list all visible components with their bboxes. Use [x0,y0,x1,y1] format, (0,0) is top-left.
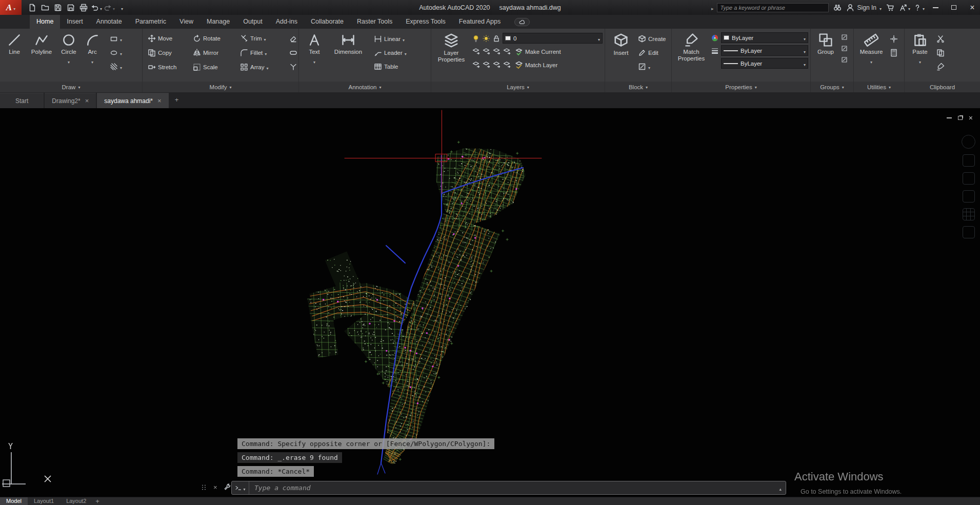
help-button[interactable] [913,2,925,14]
navigation-wheel-icon[interactable] [962,135,975,149]
paste-dropdown-icon[interactable] [919,57,921,65]
ribbon-tab-view[interactable]: View [173,15,200,29]
object-color-combo[interactable]: ByLayer [721,32,808,43]
plot-button[interactable] [78,2,89,14]
showmotion-grid-icon[interactable] [963,208,975,220]
drawing-minimize-icon[interactable] [947,117,952,118]
redo-button[interactable] [104,2,115,14]
copy-tool[interactable]: Copy [146,46,191,59]
lineweight-combo-dropdown-icon[interactable] [804,47,806,55]
linear-dimension-tool[interactable]: Linear [372,32,409,45]
new-drawing-button[interactable] [27,2,38,14]
linetype-combo-dropdown-icon[interactable] [804,59,806,68]
layer-freeze-thaw-icon[interactable] [482,34,490,43]
minimize-window-button[interactable] [928,0,943,15]
layer-lock-icon[interactable] [492,34,501,43]
erase-tool[interactable] [287,32,299,45]
layer-on-off-icon[interactable] [472,34,480,43]
layer-isolate-icon[interactable] [472,48,480,56]
move-tool[interactable]: Move [146,32,191,45]
ribbon-tab-raster-tools[interactable]: Raster Tools [350,15,399,29]
layer-properties-button[interactable]: Layer Properties [434,30,468,82]
new-tab-button[interactable] [175,95,179,104]
app-store-button[interactable] [885,2,896,14]
panel-label-modify[interactable]: Modify [143,82,298,92]
scale-tool[interactable]: Scale [191,60,238,73]
layout-tab-layout2[interactable]: Layout2 [60,497,92,505]
arc-tool[interactable]: Arc [82,30,103,82]
layer-previous-icon[interactable] [482,61,490,69]
command-input[interactable] [249,481,779,494]
measure-button[interactable]: Measure [857,30,886,82]
new-layout-button[interactable] [95,497,99,505]
paste-special-button[interactable] [934,60,947,73]
text-tool[interactable]: Text [302,30,327,82]
undo-button[interactable] [91,2,102,14]
explode-tool[interactable] [287,60,299,73]
command-customize-icon[interactable] [224,483,231,491]
group-button[interactable]: Group [814,30,837,82]
mirror-tool[interactable]: Mirror [191,46,238,59]
copy-clip-button[interactable] [934,46,947,59]
sign-in-label[interactable]: Sign In [857,4,876,11]
ribbon-tab-express-tools[interactable]: Express Tools [399,15,452,29]
insert-block-button[interactable]: Insert [608,30,634,82]
ribbon-tab-addins[interactable]: Add-ins [269,15,304,29]
color-combo-dropdown-icon[interactable] [804,34,806,42]
close-window-button[interactable] [965,0,980,15]
layer-delete-icon[interactable] [503,61,511,69]
panel-label-block[interactable]: Block [605,82,671,92]
create-block-button[interactable]: Create [636,32,668,45]
ribbon-tab-parametric[interactable]: Parametric [129,15,173,29]
fillet-tool[interactable]: Fillet [238,46,287,59]
match-layer-button[interactable]: Match Layer [513,58,559,71]
circle-tool[interactable]: Circle [57,30,80,82]
command-close-icon[interactable] [213,483,217,491]
ribbon-tab-home[interactable]: Home [30,15,60,29]
sign-in-button[interactable] [846,2,854,14]
linetype-combo[interactable]: ByLayer [721,58,808,69]
pan-tool-icon[interactable] [963,154,975,167]
block-attributes-button[interactable] [636,60,668,73]
search-help-button[interactable] [832,2,843,14]
layer-merge-icon[interactable] [492,61,501,69]
close-tab-icon[interactable] [85,97,89,104]
search-expand-icon[interactable] [711,3,714,12]
rotate-tool[interactable]: Rotate [191,32,238,45]
panel-label-utilities[interactable]: Utilities [854,82,904,92]
file-tab-start[interactable]: Start [0,93,44,108]
stretch-tool[interactable]: Stretch [146,60,191,73]
object-color-icon[interactable] [711,34,719,42]
dimension-tool[interactable]: Dimension [330,30,367,82]
array-tool[interactable]: Array [238,60,287,73]
group-edit-button[interactable] [839,44,850,53]
panel-label-properties[interactable]: Properties [672,82,810,92]
application-menu-button[interactable]: A [0,0,22,15]
layer-walk-icon[interactable] [472,61,480,69]
make-current-button[interactable]: Make Current [513,45,563,58]
layout-tab-model[interactable]: Model [0,497,28,505]
join-tool[interactable] [287,46,299,59]
line-tool[interactable]: Line [3,30,26,82]
ungroup-button[interactable] [839,32,850,42]
file-tab-drawing2[interactable]: Drawing2* [45,93,96,108]
leader-tool[interactable]: Leader [372,46,409,59]
ellipse-tool[interactable] [108,46,124,59]
edit-block-button[interactable]: Edit [636,46,668,59]
group-selection-button[interactable] [839,55,850,64]
hatch-tool[interactable] [108,60,124,73]
panel-label-layers[interactable]: Layers [431,82,605,92]
zoom-tool-icon[interactable] [963,172,975,185]
cut-button[interactable] [934,32,947,45]
ribbon-tab-output[interactable]: Output [236,15,269,29]
sign-in-dropdown-icon[interactable] [879,4,882,12]
layer-freeze-icon[interactable] [492,48,501,56]
orbit-tool-icon[interactable] [963,190,975,203]
ribbon-tab-annotate[interactable]: Annotate [90,15,129,29]
connect-toggle-button[interactable] [514,18,530,26]
recent-commands-dropdown-icon[interactable] [243,484,245,492]
layer-combo-dropdown-icon[interactable] [598,34,600,43]
open-drawing-button[interactable] [39,2,51,14]
id-point-button[interactable] [888,32,900,45]
lineweight-icon[interactable] [711,47,719,55]
